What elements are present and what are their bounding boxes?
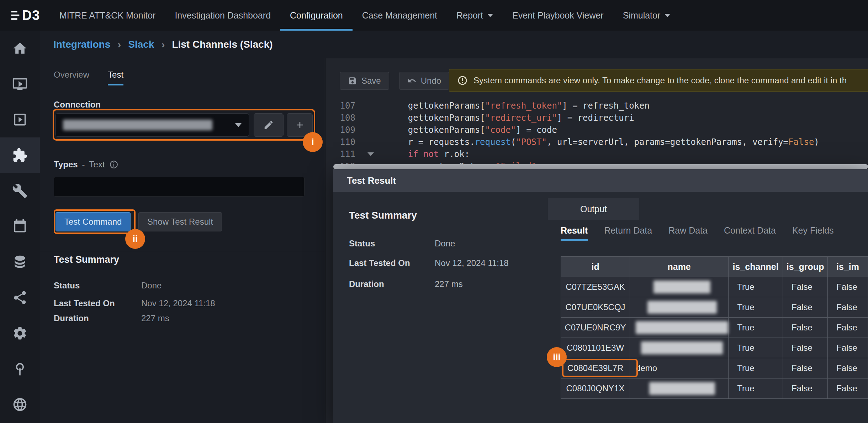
nav-label: Simulator <box>623 10 661 21</box>
tab-output[interactable]: Output <box>548 198 639 220</box>
tab-result[interactable]: Result <box>561 225 588 241</box>
status-value: Done <box>435 239 455 249</box>
code-seg: "refresh_token" <box>485 101 562 111</box>
panel-tabs: Overview Test <box>54 70 123 85</box>
connection-label: Connection <box>54 100 101 110</box>
sidebar-item-utilities[interactable] <box>0 173 40 209</box>
cell-is-group: False <box>783 358 828 378</box>
duration-value: 227 ms <box>141 313 169 323</box>
code-seg: "code" <box>485 125 516 135</box>
nav-event-playbook-viewer[interactable]: Event Playbook Viewer <box>503 0 613 31</box>
edit-connection-button[interactable] <box>254 113 284 137</box>
code-line: 111 if not r.ok: <box>326 148 868 160</box>
nav-label: MITRE ATT&CK Monitor <box>59 10 155 21</box>
nav-mitre-attack-monitor[interactable]: MITRE ATT&CK Monitor <box>50 0 165 31</box>
tab-key-fields[interactable]: Key Fields <box>792 225 834 241</box>
sidebar-item-integrations[interactable] <box>0 137 40 173</box>
summary-row-status: Status Done <box>54 281 162 291</box>
horizontal-scrollbar[interactable] <box>333 164 868 169</box>
table-row: C080J0QNY1X True False False <box>561 378 868 399</box>
sidebar-item-graph[interactable] <box>0 280 40 315</box>
breadcrumb-slack[interactable]: Slack <box>128 39 154 50</box>
cell-is-im: False <box>828 297 868 318</box>
undo-button[interactable]: Undo <box>399 72 449 90</box>
sidebar-item-data[interactable] <box>0 244 40 280</box>
chevron-right-icon: › <box>117 38 121 51</box>
cell-name <box>630 318 729 338</box>
nav-report[interactable]: Report <box>447 0 503 31</box>
tab-context-data[interactable]: Context Data <box>724 225 776 241</box>
code-seg: ( <box>511 137 516 147</box>
modal-title: Test Result <box>347 175 396 186</box>
code-seg: False <box>788 137 814 147</box>
connection-select[interactable] <box>55 113 249 137</box>
table-row-highlighted: C0804E39L7R demo True False False <box>561 358 868 378</box>
summary-row-duration: Duration 227 ms <box>54 313 169 323</box>
plus-icon <box>295 120 305 130</box>
test-command-button[interactable]: Test Command <box>55 212 131 231</box>
code-seg: request <box>475 137 511 147</box>
tab-return-data[interactable]: Return Data <box>604 225 652 241</box>
nav-label: Configuration <box>290 10 343 21</box>
code-seg: gettokenParams[ <box>387 125 485 135</box>
save-button[interactable]: Save <box>340 72 389 90</box>
line-number: 111 <box>326 148 365 160</box>
code-seg: "POST" <box>516 137 547 147</box>
sidebar-item-media[interactable] <box>0 102 40 137</box>
test-panel: Overview Test Connection Types - Text Te… <box>40 58 325 423</box>
cell-id: C080J0QNY1X <box>561 378 630 399</box>
last-tested-value: Nov 12, 2024 11:18 <box>141 298 215 308</box>
nav-case-management[interactable]: Case Management <box>353 0 447 31</box>
code-line: 109 gettokenParams["code"] = code <box>326 124 868 136</box>
types-input[interactable] <box>54 177 305 197</box>
divider <box>40 251 325 251</box>
column-header-name: name <box>630 257 729 277</box>
breadcrumb: Integrations › Slack › List Channels (Sl… <box>40 31 868 58</box>
sidebar-item-home[interactable] <box>0 31 40 66</box>
info-icon[interactable] <box>109 160 118 169</box>
code-fold-icon[interactable] <box>367 152 374 156</box>
breadcrumb-integrations[interactable]: Integrations <box>53 39 110 50</box>
annotation-marker-i: i <box>303 132 323 152</box>
d3-logo[interactable]: D3 <box>0 0 50 31</box>
alert-icon <box>457 75 468 86</box>
calendar-icon <box>12 219 28 234</box>
code-seg <box>387 149 408 159</box>
logo-text: D3 <box>22 8 40 23</box>
tab-raw-data[interactable]: Raw Data <box>668 225 708 241</box>
nav-simulator[interactable]: Simulator <box>613 0 680 31</box>
nav-investigation-dashboard[interactable]: Investigation Dashboard <box>165 0 280 31</box>
breadcrumb-current: List Channels (Slack) <box>172 39 272 50</box>
cell-is-channel: True <box>729 338 783 358</box>
cell-is-channel: True <box>729 358 783 378</box>
sidebar-item-api[interactable] <box>0 315 40 351</box>
chevron-down-icon <box>235 123 242 127</box>
d3-logo-icon <box>10 9 21 21</box>
duration-label: Duration <box>349 279 435 289</box>
cell-is-channel: True <box>729 318 783 338</box>
tab-overview[interactable]: Overview <box>54 70 89 85</box>
sidebar-item-web[interactable] <box>0 387 40 422</box>
code-text: if not r.ok: <box>365 148 470 160</box>
types-separator: - <box>82 160 85 169</box>
sidebar-item-playbooks[interactable] <box>0 66 40 102</box>
redacted-name-value <box>649 382 715 395</box>
annotation-marker-iii: iii <box>547 347 567 367</box>
code-seg: ] = redirecturi <box>557 113 634 123</box>
nav-configuration[interactable]: Configuration <box>280 0 353 31</box>
chevron-right-icon: › <box>161 38 165 51</box>
monitor-play-icon <box>12 76 28 92</box>
code-text: gettokenParams["refresh_token"] = refres… <box>365 100 650 112</box>
nav-label: Case Management <box>362 10 437 21</box>
show-test-result-button[interactable]: Show Test Result <box>138 212 222 231</box>
code-seg: ] = refresh_token <box>562 101 650 111</box>
warning-text: System commands are view only. To make c… <box>473 75 847 85</box>
table-header-row: id name is_channel is_group is_im <box>561 257 868 277</box>
cell-is-im: False <box>828 358 868 378</box>
modal-summary-row-status: Status Done <box>349 239 455 249</box>
result-tabs: Result Return Data Raw Data Context Data… <box>561 225 834 241</box>
sidebar-item-listeners[interactable] <box>0 351 40 387</box>
sidebar-item-schedule[interactable] <box>0 209 40 244</box>
tab-test[interactable]: Test <box>108 70 123 85</box>
code-seg: ] = code <box>516 125 557 135</box>
